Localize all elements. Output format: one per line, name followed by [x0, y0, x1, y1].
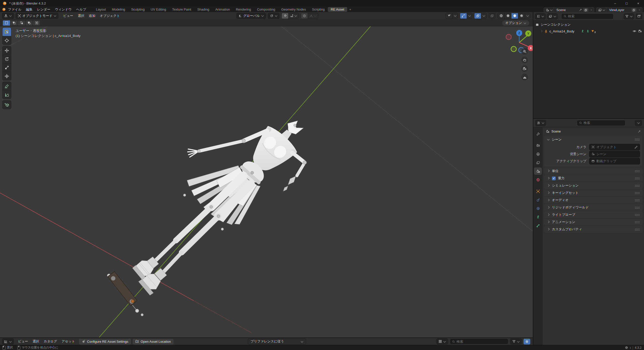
tool-add-cube[interactable]	[3, 101, 11, 109]
panel-custom-properties[interactable]: カスタムプロパティ	[544, 226, 642, 233]
asset-search-input[interactable]	[457, 340, 506, 343]
tool-move[interactable]	[3, 46, 11, 55]
tab-scripting[interactable]: Scripting	[309, 7, 328, 12]
pin-id-button[interactable]	[637, 129, 641, 133]
shading-wireframe-button[interactable]	[498, 13, 505, 19]
show-overlays-toggle[interactable]	[474, 13, 481, 19]
properties-editor-type-button[interactable]	[535, 120, 546, 126]
pan-button[interactable]	[521, 57, 528, 63]
select-intersect-button[interactable]	[33, 20, 40, 26]
viewport-menu-select[interactable]: 選択	[75, 14, 87, 18]
tab-tool[interactable]	[534, 130, 542, 138]
asset-menu-view[interactable]: ビュー	[16, 339, 30, 344]
tab-geometry-nodes[interactable]: Geometry Nodes	[278, 7, 309, 12]
show-gizmo-toggle[interactable]	[460, 13, 467, 19]
outliner-filter-dropdown[interactable]	[624, 13, 634, 19]
remove-viewlayer-button[interactable]: ×	[638, 8, 641, 12]
outliner-editor-type-button[interactable]	[535, 13, 546, 19]
tab-uv-editing[interactable]: UV Editing	[148, 7, 169, 12]
visibility-chevron[interactable]	[453, 13, 458, 19]
snap-with-dropdown[interactable]	[289, 13, 299, 19]
panel-simulation[interactable]: シミュレーション	[544, 182, 642, 189]
new-collection-button[interactable]	[636, 14, 642, 19]
scene-selector[interactable]: Scene ×	[544, 7, 594, 13]
tab-constraints[interactable]	[534, 205, 542, 212]
tab-compositing[interactable]: Compositing	[254, 7, 278, 12]
menu-edit[interactable]: 編集	[24, 7, 35, 12]
asset-menu-select[interactable]: 選択	[30, 339, 42, 344]
tool-rotate[interactable]	[3, 55, 11, 63]
proportional-editing-toggle[interactable]	[301, 13, 308, 19]
shading-rendered-button[interactable]	[518, 13, 525, 19]
viewport-menu-add[interactable]: 追加	[87, 14, 98, 18]
outliner-display-mode-button[interactable]	[547, 13, 558, 19]
eyedropper-icon[interactable]	[634, 145, 638, 149]
visibility-eye-icon[interactable]	[632, 29, 636, 33]
viewport-menu-view[interactable]: ビュー	[61, 14, 75, 18]
configure-re-asset-button[interactable]: Configure RE Asset Settings	[79, 338, 131, 345]
asset-editor-type-button[interactable]	[2, 338, 14, 344]
viewport-menu-object[interactable]: オブジェクト	[98, 14, 122, 18]
tab-shading[interactable]: Shading	[194, 7, 212, 12]
new-workspace-button[interactable]: +	[347, 7, 353, 12]
outliner-search-input[interactable]	[568, 14, 611, 18]
asset-menu-catalog[interactable]: カタログ	[42, 339, 59, 344]
properties-search-input[interactable]	[584, 121, 623, 125]
options-dropdown[interactable]: オプション	[502, 20, 529, 26]
new-viewlayer-button[interactable]	[631, 8, 636, 12]
tab-world[interactable]	[534, 176, 542, 183]
tab-view-layer[interactable]	[534, 159, 542, 166]
tool-cursor[interactable]	[3, 36, 11, 45]
outliner-row-scene-collection[interactable]: シーンコレクション	[533, 21, 644, 28]
tool-transform[interactable]	[3, 72, 11, 80]
active-clip-field[interactable]: 動画クリップ	[589, 158, 640, 164]
panel-rigid-body-world[interactable]: リジッドボディワールド	[544, 204, 642, 211]
tab-output[interactable]	[534, 150, 542, 158]
overlays-chevron[interactable]	[481, 13, 486, 19]
tool-select-box[interactable]	[3, 28, 11, 36]
close-button[interactable]: ×	[632, 0, 644, 7]
tab-object-data[interactable]	[534, 213, 542, 221]
outliner-row-object[interactable]: c_Arrisa14_Body 2	[533, 28, 644, 34]
scene-collection-label[interactable]: シーンコレクション	[541, 22, 571, 27]
tab-bone[interactable]	[534, 222, 542, 229]
viewlayer-selector[interactable]: ViewLayer ×	[596, 7, 642, 13]
viewport-canvas[interactable]: ユーザー・透視投影 (1) シーンコレクション | c_Arrisa14_Bod…	[0, 26, 533, 337]
menu-render[interactable]: レンダー	[35, 7, 53, 12]
panel-units[interactable]: 単位	[544, 168, 642, 174]
character-model[interactable]	[98, 79, 326, 316]
scene-browse-button[interactable]	[545, 8, 554, 12]
unlink-scene-button[interactable]: ×	[590, 8, 593, 12]
object-visibility-dropdown[interactable]	[446, 13, 453, 19]
select-set-button[interactable]	[3, 20, 10, 26]
shading-material-button[interactable]	[511, 13, 518, 19]
open-asset-location-button[interactable]: Open Asset Location	[132, 338, 174, 345]
gizmo-minus-y-axis[interactable]	[511, 47, 516, 52]
tab-object[interactable]	[534, 188, 542, 195]
new-scene-button[interactable]	[583, 8, 588, 12]
mode-dropdown[interactable]: オブジェクトモード	[16, 13, 58, 19]
editor-type-button[interactable]	[2, 13, 14, 19]
gravity-checkbox[interactable]: ✓	[552, 177, 556, 180]
tab-modeling[interactable]: Modeling	[109, 7, 128, 12]
menu-window[interactable]: ウィンドウ	[53, 7, 74, 12]
tab-animation[interactable]: Animation	[212, 7, 233, 12]
asset-search-field[interactable]	[450, 338, 508, 344]
tab-render[interactable]	[534, 142, 542, 149]
tab-scene[interactable]	[534, 167, 542, 175]
perspective-toggle-button[interactable]	[521, 74, 528, 80]
select-subtract-button[interactable]	[18, 20, 25, 26]
object-name-label[interactable]: c_Arrisa14_Body	[549, 29, 574, 33]
minimize-button[interactable]: –	[609, 0, 621, 7]
pin-icon[interactable]	[579, 8, 582, 12]
expand-arrow-icon[interactable]	[540, 30, 543, 32]
select-invert-button[interactable]	[25, 20, 33, 26]
snap-toggle[interactable]	[282, 13, 289, 19]
proportional-falloff-dropdown[interactable]	[308, 13, 318, 19]
camera-view-button[interactable]	[521, 65, 528, 72]
asset-settings-gear-button[interactable]	[524, 339, 530, 344]
tab-re-asset[interactable]: RE Asset	[328, 7, 347, 12]
panel-drag-handle[interactable]	[635, 138, 640, 141]
display-size-dropdown[interactable]	[436, 338, 448, 344]
import-method-dropdown[interactable]: プリファレンスに従う	[248, 338, 306, 345]
